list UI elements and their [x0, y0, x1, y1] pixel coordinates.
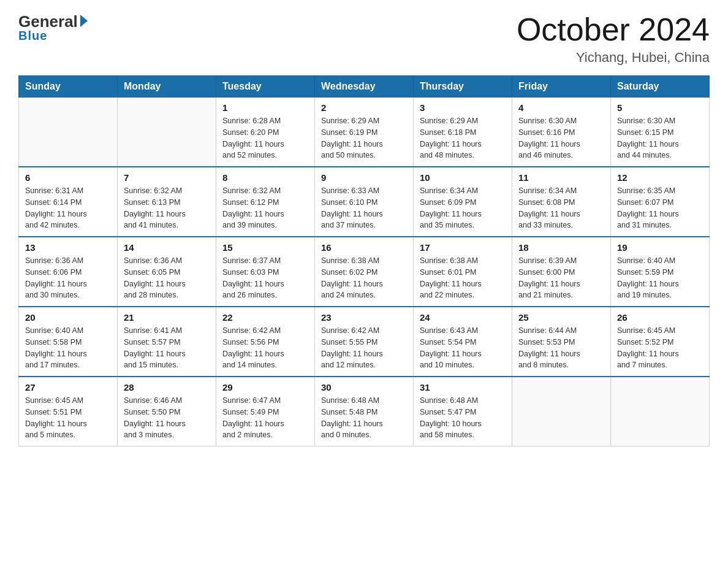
logo: General Blue — [18, 12, 88, 43]
day-number: 4 — [518, 102, 604, 113]
calendar-cell: 25Sunrise: 6:44 AMSunset: 5:53 PMDayligh… — [512, 307, 611, 377]
day-number: 7 — [124, 172, 210, 183]
day-info: Sunrise: 6:42 AMSunset: 5:56 PMDaylight:… — [222, 325, 308, 371]
day-number: 18 — [518, 242, 604, 253]
day-info: Sunrise: 6:40 AMSunset: 5:58 PMDaylight:… — [25, 325, 111, 371]
calendar-cell: 28Sunrise: 6:46 AMSunset: 5:50 PMDayligh… — [118, 377, 216, 446]
day-info: Sunrise: 6:46 AMSunset: 5:50 PMDaylight:… — [124, 395, 210, 441]
day-number: 8 — [222, 172, 308, 183]
page-header: General Blue October 2024 Yichang, Hubei… — [18, 12, 710, 66]
logo-blue-text: Blue — [18, 29, 47, 43]
weekday-header-tuesday: Tuesday — [216, 76, 315, 98]
day-info: Sunrise: 6:36 AMSunset: 6:05 PMDaylight:… — [124, 255, 210, 301]
weekday-header-monday: Monday — [118, 76, 216, 98]
day-info: Sunrise: 6:41 AMSunset: 5:57 PMDaylight:… — [124, 325, 210, 371]
day-number: 9 — [321, 172, 407, 183]
day-number: 20 — [25, 312, 111, 323]
day-info: Sunrise: 6:31 AMSunset: 6:14 PMDaylight:… — [25, 185, 111, 231]
calendar-cell — [611, 377, 710, 446]
day-info: Sunrise: 6:37 AMSunset: 6:03 PMDaylight:… — [222, 255, 308, 301]
calendar-cell: 1Sunrise: 6:28 AMSunset: 6:20 PMDaylight… — [216, 98, 315, 167]
calendar-cell — [19, 98, 118, 167]
day-number: 19 — [617, 242, 703, 253]
day-info: Sunrise: 6:35 AMSunset: 6:07 PMDaylight:… — [617, 185, 703, 231]
day-number: 28 — [124, 382, 210, 393]
month-title: October 2024 — [517, 12, 710, 47]
day-info: Sunrise: 6:34 AMSunset: 6:08 PMDaylight:… — [518, 185, 604, 231]
calendar-cell: 30Sunrise: 6:48 AMSunset: 5:48 PMDayligh… — [315, 377, 414, 446]
calendar-cell: 2Sunrise: 6:29 AMSunset: 6:19 PMDaylight… — [315, 98, 414, 167]
weekday-header-saturday: Saturday — [611, 76, 710, 98]
day-info: Sunrise: 6:30 AMSunset: 6:15 PMDaylight:… — [617, 115, 703, 161]
day-number: 12 — [617, 172, 703, 183]
day-info: Sunrise: 6:34 AMSunset: 6:09 PMDaylight:… — [420, 185, 506, 231]
calendar-cell: 26Sunrise: 6:45 AMSunset: 5:52 PMDayligh… — [611, 307, 710, 377]
calendar-cell: 12Sunrise: 6:35 AMSunset: 6:07 PMDayligh… — [611, 167, 710, 237]
day-info: Sunrise: 6:39 AMSunset: 6:00 PMDaylight:… — [518, 255, 604, 301]
day-number: 13 — [25, 242, 111, 253]
day-info: Sunrise: 6:33 AMSunset: 6:10 PMDaylight:… — [321, 185, 407, 231]
day-info: Sunrise: 6:48 AMSunset: 5:47 PMDaylight:… — [420, 395, 506, 441]
calendar-cell: 31Sunrise: 6:48 AMSunset: 5:47 PMDayligh… — [414, 377, 512, 446]
calendar-week-row: 27Sunrise: 6:45 AMSunset: 5:51 PMDayligh… — [19, 377, 710, 446]
day-number: 15 — [222, 242, 308, 253]
day-number: 21 — [124, 312, 210, 323]
day-number: 11 — [518, 172, 604, 183]
day-info: Sunrise: 6:47 AMSunset: 5:49 PMDaylight:… — [222, 395, 308, 441]
calendar-week-row: 20Sunrise: 6:40 AMSunset: 5:58 PMDayligh… — [19, 307, 710, 377]
calendar-cell: 16Sunrise: 6:38 AMSunset: 6:02 PMDayligh… — [315, 237, 414, 307]
day-number: 3 — [420, 102, 506, 113]
day-info: Sunrise: 6:28 AMSunset: 6:20 PMDaylight:… — [222, 115, 308, 161]
calendar-cell: 7Sunrise: 6:32 AMSunset: 6:13 PMDaylight… — [118, 167, 216, 237]
calendar-cell: 19Sunrise: 6:40 AMSunset: 5:59 PMDayligh… — [611, 237, 710, 307]
calendar-cell: 4Sunrise: 6:30 AMSunset: 6:16 PMDaylight… — [512, 98, 611, 167]
calendar-cell — [512, 377, 611, 446]
day-info: Sunrise: 6:38 AMSunset: 6:01 PMDaylight:… — [420, 255, 506, 301]
calendar-cell: 9Sunrise: 6:33 AMSunset: 6:10 PMDaylight… — [315, 167, 414, 237]
calendar-cell: 3Sunrise: 6:29 AMSunset: 6:18 PMDaylight… — [414, 98, 512, 167]
day-number: 23 — [321, 312, 407, 323]
day-number: 25 — [518, 312, 604, 323]
calendar-cell: 20Sunrise: 6:40 AMSunset: 5:58 PMDayligh… — [19, 307, 118, 377]
day-number: 17 — [420, 242, 506, 253]
calendar-cell: 23Sunrise: 6:42 AMSunset: 5:55 PMDayligh… — [315, 307, 414, 377]
calendar-cell: 14Sunrise: 6:36 AMSunset: 6:05 PMDayligh… — [118, 237, 216, 307]
calendar-cell: 27Sunrise: 6:45 AMSunset: 5:51 PMDayligh… — [19, 377, 118, 446]
day-info: Sunrise: 6:43 AMSunset: 5:54 PMDaylight:… — [420, 325, 506, 371]
calendar-cell: 24Sunrise: 6:43 AMSunset: 5:54 PMDayligh… — [414, 307, 512, 377]
day-info: Sunrise: 6:32 AMSunset: 6:12 PMDaylight:… — [222, 185, 308, 231]
calendar-week-row: 13Sunrise: 6:36 AMSunset: 6:06 PMDayligh… — [19, 237, 710, 307]
calendar-cell: 5Sunrise: 6:30 AMSunset: 6:15 PMDaylight… — [611, 98, 710, 167]
calendar-table: SundayMondayTuesdayWednesdayThursdayFrid… — [18, 75, 710, 446]
title-area: October 2024 Yichang, Hubei, China — [517, 12, 710, 66]
day-number: 1 — [222, 102, 308, 113]
day-info: Sunrise: 6:42 AMSunset: 5:55 PMDaylight:… — [321, 325, 407, 371]
calendar-week-row: 1Sunrise: 6:28 AMSunset: 6:20 PMDaylight… — [19, 98, 710, 167]
weekday-header-sunday: Sunday — [19, 76, 118, 98]
location-title: Yichang, Hubei, China — [517, 50, 710, 66]
weekday-header-wednesday: Wednesday — [315, 76, 414, 98]
day-info: Sunrise: 6:29 AMSunset: 6:18 PMDaylight:… — [420, 115, 506, 161]
calendar-cell: 10Sunrise: 6:34 AMSunset: 6:09 PMDayligh… — [414, 167, 512, 237]
day-number: 14 — [124, 242, 210, 253]
weekday-header-thursday: Thursday — [414, 76, 512, 98]
day-number: 5 — [617, 102, 703, 113]
calendar-week-row: 6Sunrise: 6:31 AMSunset: 6:14 PMDaylight… — [19, 167, 710, 237]
calendar-cell: 17Sunrise: 6:38 AMSunset: 6:01 PMDayligh… — [414, 237, 512, 307]
calendar-cell: 8Sunrise: 6:32 AMSunset: 6:12 PMDaylight… — [216, 167, 315, 237]
weekday-header-friday: Friday — [512, 76, 611, 98]
day-number: 10 — [420, 172, 506, 183]
weekday-header-row: SundayMondayTuesdayWednesdayThursdayFrid… — [19, 76, 710, 98]
calendar-cell: 6Sunrise: 6:31 AMSunset: 6:14 PMDaylight… — [19, 167, 118, 237]
day-number: 24 — [420, 312, 506, 323]
day-info: Sunrise: 6:48 AMSunset: 5:48 PMDaylight:… — [321, 395, 407, 441]
day-info: Sunrise: 6:38 AMSunset: 6:02 PMDaylight:… — [321, 255, 407, 301]
day-info: Sunrise: 6:36 AMSunset: 6:06 PMDaylight:… — [25, 255, 111, 301]
day-number: 16 — [321, 242, 407, 253]
day-info: Sunrise: 6:32 AMSunset: 6:13 PMDaylight:… — [124, 185, 210, 231]
calendar-cell: 13Sunrise: 6:36 AMSunset: 6:06 PMDayligh… — [19, 237, 118, 307]
day-number: 26 — [617, 312, 703, 323]
day-number: 31 — [420, 382, 506, 393]
logo-triangle-icon — [80, 15, 88, 27]
day-number: 22 — [222, 312, 308, 323]
